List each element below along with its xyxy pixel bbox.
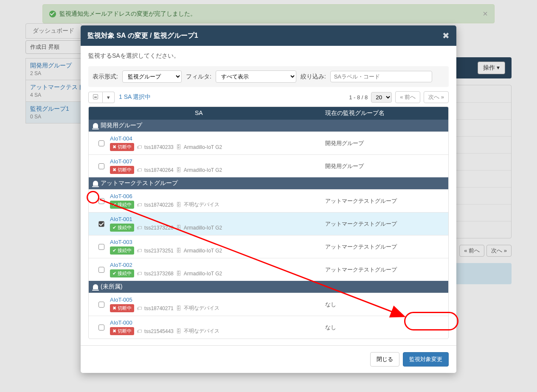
indeterminate-icon	[93, 94, 98, 99]
filter-bar: 表示形式: 監視グループ フィルタ: すべて表示 絞り込み:	[88, 66, 449, 87]
status-badge: ✖ 切断中	[110, 304, 134, 312]
bell-icon	[93, 284, 98, 289]
display-select[interactable]: 監視グループ	[122, 70, 182, 83]
prev-button[interactable]: « 前へ	[395, 91, 420, 103]
sa-table: SA 現在の監視グループ名 開発用グループAIoT-004✖ 切断中🏷tss18…	[88, 106, 449, 339]
search-label: 絞り込み:	[301, 73, 326, 81]
table-row[interactable]: AIoT-004✖ 切断中🏷tss18740233🗄Armadillo-IoT …	[89, 132, 448, 154]
status-badge: ✔ 接続中	[110, 246, 134, 255]
display-label: 表示形式:	[93, 73, 118, 81]
table-row[interactable]: AIoT-001✔ 接続中🏷tss21373220🗄Armadillo-IoT …	[89, 212, 448, 235]
page-size-select[interactable]: 20	[371, 92, 392, 103]
row-checkbox[interactable]	[98, 325, 104, 330]
modal-title: 監視対象 SA の変更 / 監視グループ1	[87, 31, 198, 40]
range-text: 1 - 8 / 8	[349, 94, 368, 101]
current-group: アットマークテストグループ	[325, 266, 444, 274]
device-icon: 🗄	[176, 248, 181, 254]
sa-name[interactable]: AIoT-003	[110, 239, 325, 245]
table-row[interactable]: AIoT-006✔ 接続中🏷tss18740226🗄不明なデバイスアットマークテ…	[89, 189, 448, 212]
group-header-row: 開発用グループ	[89, 120, 448, 132]
tag-icon: 🏷	[137, 271, 142, 277]
table-row[interactable]: AIoT-002✔ 接続中🏷tss21373268🗄Armadillo-IoT …	[89, 258, 448, 281]
selection-info: 1 SA 選択中	[119, 93, 151, 101]
current-group: アットマークテストグループ	[325, 243, 444, 251]
modal-header: 監視対象 SA の変更 / 監視グループ1 ✖	[81, 25, 456, 46]
sa-name[interactable]: AIoT-001	[110, 216, 325, 222]
table-row[interactable]: AIoT-000✖ 切断中🏷tss21545443🗄不明なデバイスなし	[89, 316, 448, 339]
row-checkbox[interactable]	[98, 163, 104, 169]
row-checkbox[interactable]	[98, 302, 104, 308]
select-all-button[interactable]: ▾	[88, 92, 115, 103]
column-group: 現在の監視グループ名	[325, 109, 444, 117]
tag-icon: 🏷	[137, 305, 142, 311]
submit-button[interactable]: 監視対象変更	[403, 352, 449, 367]
column-sa: SA	[110, 109, 325, 117]
status-badge: ✖ 切断中	[110, 327, 134, 335]
filter-label: フィルタ:	[186, 73, 211, 81]
bell-icon	[93, 123, 98, 128]
status-badge: ✔ 接続中	[110, 201, 134, 209]
modal-instruction: 監視するSAを選択してください。	[88, 52, 449, 60]
close-icon[interactable]: ✖	[442, 31, 450, 41]
status-badge: ✖ 切断中	[110, 166, 134, 174]
current-group: なし	[325, 324, 444, 331]
next-button[interactable]: 次へ »	[424, 91, 449, 103]
device-icon: 🗄	[176, 225, 181, 231]
table-header: SA 現在の監視グループ名	[89, 107, 448, 120]
tag-icon: 🏷	[137, 167, 142, 173]
modal-dialog: 監視対象 SA の変更 / 監視グループ1 ✖ 監視するSAを選択してください。…	[81, 25, 456, 373]
device-icon: 🗄	[176, 167, 181, 173]
current-group: 開発用グループ	[325, 140, 444, 147]
device-icon: 🗄	[176, 305, 181, 311]
row-checkbox[interactable]	[98, 221, 104, 227]
row-checkbox[interactable]	[98, 198, 104, 204]
device-icon: 🗄	[176, 271, 181, 277]
search-input[interactable]	[330, 71, 432, 82]
pager: 1 - 8 / 8 20 « 前へ 次へ »	[349, 91, 449, 103]
status-badge: ✔ 接続中	[110, 269, 134, 277]
row-checkbox[interactable]	[98, 244, 104, 250]
sa-name[interactable]: AIoT-006	[110, 193, 325, 199]
group-header-row: (未所属)	[89, 281, 448, 293]
bell-icon	[93, 181, 98, 186]
tag-icon: 🏷	[137, 202, 142, 208]
status-badge: ✔ 接続中	[110, 224, 134, 232]
tag-icon: 🏷	[137, 225, 142, 231]
table-row[interactable]: AIoT-003✔ 接続中🏷tss21373251🗄Armadillo-IoT …	[89, 235, 448, 258]
sa-name[interactable]: AIoT-005	[110, 297, 325, 303]
device-icon: 🗄	[176, 144, 181, 150]
sa-name[interactable]: AIoT-002	[110, 262, 325, 268]
row-checkbox[interactable]	[98, 140, 104, 146]
row-checkbox[interactable]	[98, 267, 104, 273]
table-toolbar: ▾ 1 SA 選択中 1 - 8 / 8 20 « 前へ 次へ »	[88, 91, 449, 103]
chevron-down-icon[interactable]: ▾	[103, 92, 115, 103]
group-header-row: アットマークテストグループ	[89, 177, 448, 189]
modal-footer: 閉じる 監視対象変更	[81, 345, 456, 373]
table-row[interactable]: AIoT-005✖ 切断中🏷tss18740271🗄不明なデバイスなし	[89, 293, 448, 316]
filter-select[interactable]: すべて表示	[216, 70, 296, 83]
device-icon: 🗄	[176, 328, 181, 334]
table-row[interactable]: AIoT-007✖ 切断中🏷tss18740264🗄Armadillo-IoT …	[89, 154, 448, 177]
current-group: 開発用グループ	[325, 162, 444, 170]
current-group: なし	[325, 301, 444, 308]
tag-icon: 🏷	[137, 144, 142, 150]
device-icon: 🗄	[176, 202, 181, 208]
sa-name[interactable]: AIoT-007	[110, 158, 325, 165]
current-group: アットマークテストグループ	[325, 197, 444, 205]
sa-name[interactable]: AIoT-000	[110, 319, 325, 326]
status-badge: ✖ 切断中	[110, 143, 134, 151]
tag-icon: 🏷	[137, 328, 142, 334]
current-group: アットマークテストグループ	[325, 220, 444, 228]
tag-icon: 🏷	[137, 248, 142, 254]
sa-name[interactable]: AIoT-004	[110, 135, 325, 142]
close-button[interactable]: 閉じる	[370, 352, 399, 367]
